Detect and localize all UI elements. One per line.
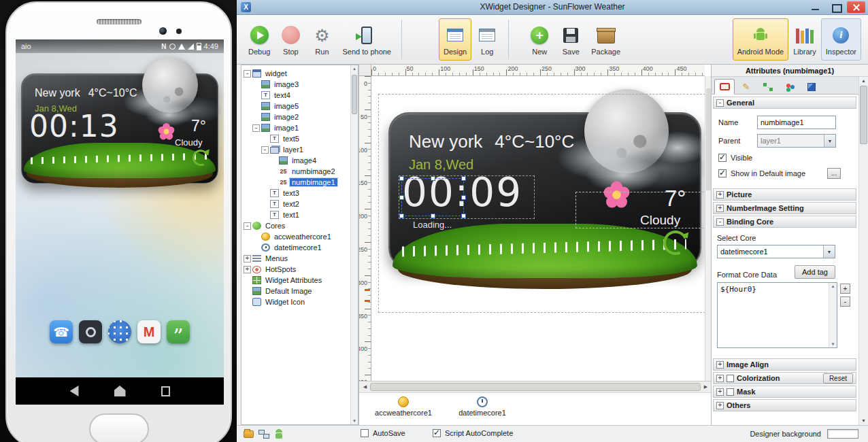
tree-item-text3[interactable]: Ttext3	[241, 188, 350, 199]
minus-expander-icon[interactable]: -	[244, 70, 251, 78]
tree-item-datetimecore1[interactable]: datetimecore1	[241, 242, 350, 253]
collapse-icon[interactable]: -	[716, 218, 724, 226]
tree-item-text5[interactable]: Ttext5	[241, 133, 350, 144]
expand-icon[interactable]: +	[716, 375, 724, 382]
colorization-checkbox[interactable]	[727, 375, 734, 382]
expand-icon[interactable]: +	[716, 205, 724, 212]
stop-button[interactable]: Stop	[275, 18, 306, 61]
scroll-up-icon[interactable]: ▲	[351, 65, 358, 72]
expand-icon[interactable]: +	[716, 361, 724, 369]
tree-item-widget-attributes[interactable]: Widget Attributes	[241, 275, 350, 286]
expand-icon[interactable]: +	[716, 191, 724, 199]
parent-dropdown[interactable]: layer1 ▼	[757, 134, 836, 148]
plus-expander-icon[interactable]: +	[244, 255, 251, 262]
android-icon[interactable]	[275, 429, 283, 439]
folder-icon[interactable]	[244, 430, 254, 438]
resize-handle[interactable]	[461, 176, 466, 181]
collapse-icon[interactable]: -	[716, 99, 724, 107]
expand-icon[interactable]: +	[716, 402, 724, 409]
section-numberimage-setting[interactable]: + NumberImage Setting	[713, 202, 856, 214]
new-button[interactable]: + New	[524, 18, 555, 61]
resize-handle[interactable]	[461, 195, 466, 200]
titlebar[interactable]: X XWidget Designer - SunFlower Weather	[237, 0, 868, 15]
design-viewport[interactable]: New york 4°C~10°C Jan 8,Wed 00:09 Loadin…	[371, 76, 705, 381]
maximize-button[interactable]	[827, 1, 845, 13]
designer-background-swatch[interactable]	[827, 429, 858, 439]
tree-item-numbimage2[interactable]: 25numbimage2	[241, 166, 350, 177]
show-default-checkbox[interactable]: ✓	[718, 169, 727, 177]
tree-item-default-image[interactable]: Default Image	[241, 286, 350, 296]
design-button[interactable]: Design	[439, 18, 471, 61]
scroll-thumb[interactable]	[860, 86, 867, 144]
resize-handle[interactable]	[399, 176, 404, 181]
minus-expander-icon[interactable]: -	[252, 124, 260, 132]
accweathercore-item[interactable]: accweathercore1	[363, 396, 444, 417]
resize-handle[interactable]	[399, 195, 404, 200]
script-autocomplete-checkbox[interactable]: ✓	[433, 429, 441, 437]
resize-handle[interactable]	[399, 214, 404, 218]
add-tag-button[interactable]: Add tag	[795, 265, 835, 279]
scroll-down-icon[interactable]: ▼	[351, 418, 358, 424]
tree-item-layer1[interactable]: -layer1	[241, 144, 350, 155]
camera-app-icon[interactable]	[79, 320, 102, 343]
back-icon[interactable]	[70, 386, 79, 396]
autosave-row[interactable]: ✓ AutoSave	[361, 429, 405, 437]
section-binding-core[interactable]: - Binding Core	[713, 216, 856, 228]
resize-handle[interactable]	[431, 214, 435, 218]
tree-item-image2[interactable]: image2	[241, 112, 350, 122]
send-to-phone-button[interactable]: Send to phone	[337, 18, 396, 61]
tree-item-image4[interactable]: image4	[241, 155, 350, 166]
tree-item-text1[interactable]: Ttext1	[241, 209, 350, 220]
phone-app-icon[interactable]: ☎	[50, 320, 73, 343]
phone-home-button[interactable]	[89, 413, 149, 442]
scroll-up-icon[interactable]: ▲	[859, 77, 868, 85]
debug-button[interactable]: Debug	[244, 18, 275, 61]
script-autocomplete-row[interactable]: ✓ Script AutoComplete	[433, 429, 513, 437]
plus-expander-icon[interactable]: +	[244, 266, 251, 273]
scroll-right-icon[interactable]: ▶	[701, 381, 711, 392]
reset-button[interactable]: Reset	[823, 373, 853, 384]
home-icon[interactable]	[114, 386, 126, 396]
close-button[interactable]	[847, 1, 865, 13]
inspector-button[interactable]: i Inspector	[821, 18, 861, 61]
package-button[interactable]: Package	[586, 18, 625, 61]
format-core-data-textarea[interactable]: ${Hour0} ▲ ▼	[717, 282, 837, 348]
scroll-down-icon[interactable]: ▼	[859, 417, 868, 425]
textarea-scrollbar[interactable]: ▲ ▼	[829, 283, 837, 347]
resize-handle[interactable]	[431, 176, 435, 181]
network-icon[interactable]	[258, 430, 269, 439]
section-mask[interactable]: + Mask	[713, 386, 856, 398]
tree-item-image5[interactable]: image5	[241, 101, 350, 112]
tree-item-cores[interactable]: -Cores	[241, 220, 350, 231]
name-input[interactable]: numbimage1	[757, 116, 836, 129]
tree-item-numbimage1[interactable]: 25numbimage1	[241, 177, 350, 188]
attributes-scrollbar[interactable]: ▲ ▼	[858, 77, 868, 425]
datetimecore-item[interactable]: datetimecore1	[441, 396, 523, 417]
minimize-button[interactable]	[806, 1, 824, 13]
minus-expander-icon[interactable]: -	[244, 222, 251, 230]
log-button[interactable]: Log	[471, 18, 503, 61]
scroll-thumb[interactable]	[370, 383, 701, 391]
gmail-app-icon[interactable]: M	[137, 320, 161, 343]
tree-item-text4[interactable]: Ttext4	[241, 90, 350, 101]
canvas-horizontal-scrollbar[interactable]: ◀ ▶	[359, 381, 712, 392]
run-button[interactable]: ⚙ Run	[306, 18, 337, 61]
browse-button[interactable]: ...	[827, 168, 841, 179]
autosave-checkbox[interactable]: ✓	[361, 429, 369, 437]
numbimage1-selection[interactable]	[401, 178, 464, 216]
phone-weather-widget[interactable]: New york 4°C~10°C Jan 8,Wed 00:13 7° Clo…	[21, 73, 218, 184]
tree-item-text2[interactable]: Ttext2	[241, 199, 350, 209]
section-colorization[interactable]: + Colorization Reset	[713, 372, 856, 384]
scroll-thumb[interactable]	[706, 88, 711, 190]
quotes-app-icon[interactable]: ”	[167, 320, 190, 343]
tree-item-widget[interactable]: -widget	[241, 68, 350, 79]
visible-checkbox[interactable]: ✓	[718, 154, 727, 162]
remove-line-button[interactable]: -	[840, 296, 850, 307]
tree-item-menus[interactable]: +Menus	[241, 253, 350, 264]
save-button[interactable]: Save	[555, 18, 586, 61]
tree-item-accweathercore1[interactable]: accweathercore1	[241, 231, 350, 242]
mask-checkbox[interactable]	[727, 388, 734, 396]
scroll-left-icon[interactable]: ◀	[360, 381, 370, 392]
section-image-align[interactable]: + Image Align	[713, 358, 856, 371]
library-button[interactable]: Library	[788, 18, 821, 61]
